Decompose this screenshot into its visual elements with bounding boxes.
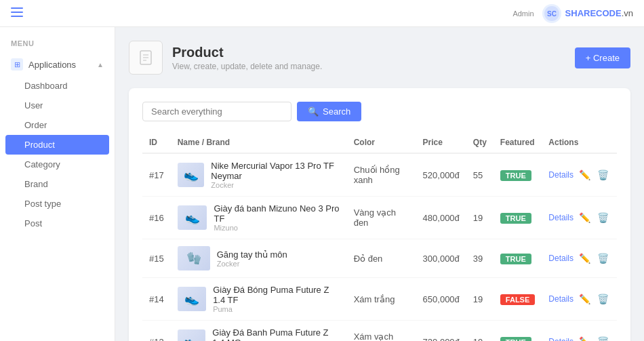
- sidebar-item-dashboard[interactable]: Dashboard: [0, 76, 115, 96]
- cell-id: #17: [142, 153, 171, 197]
- sidebar-item-post-type[interactable]: Post type: [0, 194, 115, 214]
- sidebar-item-user[interactable]: User: [0, 96, 115, 115]
- edit-button[interactable]: ✏️: [578, 168, 592, 182]
- edit-button[interactable]: ✏️: [578, 335, 592, 341]
- product-name-text: Giày đá banh Mizuno Neo 3 Pro TF Mizuno: [214, 203, 340, 232]
- col-name-brand: Name / Brand: [171, 132, 347, 153]
- cell-id: #13: [142, 321, 171, 342]
- table-row: #17 👟 Nike Mercurial Vapor 13 Pro TF Ney…: [142, 153, 617, 197]
- sidebar-item-category[interactable]: Category: [0, 155, 115, 174]
- search-input[interactable]: [142, 102, 291, 121]
- details-link[interactable]: Details: [548, 337, 573, 341]
- page-title: Product: [172, 45, 322, 60]
- sidebar-item-product[interactable]: Product: [5, 135, 109, 155]
- table-row: #16 👟 Giày đá banh Mizuno Neo 3 Pro TF M…: [142, 197, 617, 239]
- product-image: 👟: [178, 287, 206, 311]
- sidebar-section-header-applications[interactable]: ⊞ Applications ▲: [0, 53, 115, 76]
- svg-rect-1: [11, 12, 23, 13]
- delete-button[interactable]: 🗑️: [596, 252, 610, 265]
- cell-color: Đỏ đen: [347, 239, 416, 278]
- delete-button[interactable]: 🗑️: [596, 211, 610, 224]
- col-price: Price: [416, 132, 466, 153]
- search-button[interactable]: 🔍 Search: [297, 102, 361, 121]
- cell-id: #16: [142, 197, 171, 239]
- admin-label: Admin: [512, 9, 534, 18]
- svg-rect-2: [11, 16, 23, 17]
- cell-actions: Details ✏️ 🗑️: [542, 321, 617, 342]
- col-qty: Qty: [466, 132, 494, 153]
- product-image: 👟: [178, 163, 205, 187]
- page-title-block: Product View, create, update, delete and…: [172, 45, 322, 71]
- page-header-left: Product View, create, update, delete and…: [129, 41, 322, 75]
- table-row: #14 👟 Giày Đá Bóng Puma Future Z 1.4 TF …: [142, 278, 617, 321]
- table-body: #17 👟 Nike Mercurial Vapor 13 Pro TF Ney…: [142, 153, 617, 341]
- table-header: ID Name / Brand Color Price Qty Featured…: [142, 132, 617, 153]
- col-color: Color: [347, 132, 416, 153]
- cell-actions: Details ✏️ 🗑️: [542, 239, 617, 278]
- cell-name-brand: 👟 Giày đá banh Mizuno Neo 3 Pro TF Mizun…: [171, 197, 347, 239]
- page-subtitle: View, create, update, delete and manage.: [172, 62, 322, 71]
- applications-icon: ⊞: [11, 58, 23, 71]
- sidebar-section-label: Applications: [28, 60, 97, 70]
- sidebar-items-list: Dashboard User Order Product Category Br…: [0, 76, 115, 236]
- cell-qty: 19: [466, 278, 494, 321]
- svg-rect-0: [11, 7, 23, 9]
- page-header: Product View, create, update, delete and…: [129, 41, 630, 75]
- cell-featured: TRUE: [494, 239, 542, 278]
- sidebar-item-brand[interactable]: Brand: [0, 174, 115, 194]
- cell-featured: TRUE: [494, 321, 542, 342]
- brand-icon: SC: [542, 4, 561, 23]
- cell-price: 720,000đ: [416, 321, 466, 342]
- sidebar-menu-label: MENU: [0, 34, 115, 50]
- cell-qty: 19: [466, 321, 494, 342]
- cell-price: 300,000đ: [416, 239, 466, 278]
- product-name-text: Giày Đá Bóng Puma Future Z 1.4 TF Puma: [213, 285, 340, 313]
- edit-button[interactable]: ✏️: [578, 252, 592, 265]
- cell-featured: TRUE: [494, 197, 542, 239]
- details-link[interactable]: Details: [548, 170, 573, 180]
- cell-featured: TRUE: [494, 153, 542, 197]
- menu-hamburger-icon[interactable]: [11, 6, 23, 20]
- details-link[interactable]: Details: [548, 213, 573, 222]
- cell-actions: Details ✏️ 🗑️: [542, 153, 617, 197]
- cell-qty: 55: [466, 153, 494, 197]
- sidebar-item-order[interactable]: Order: [0, 115, 115, 135]
- create-button[interactable]: + Create: [575, 47, 630, 68]
- cell-qty: 39: [466, 239, 494, 278]
- brand-logo-area: Admin SC SHARECODE.vn: [512, 4, 633, 23]
- delete-button[interactable]: 🗑️: [596, 292, 610, 306]
- page-icon: [129, 41, 163, 75]
- cell-price: 650,000đ: [416, 278, 466, 321]
- cell-color: Xám vạch cam: [347, 321, 416, 342]
- delete-button[interactable]: 🗑️: [596, 335, 610, 341]
- chevron-up-icon: ▲: [97, 61, 104, 68]
- sidebar: MENU ⊞ Applications ▲ Dashboard User Ord…: [0, 27, 115, 341]
- cell-name-brand: 👟 Giày Đá Banh Puma Future Z 1.4 MG Puma: [171, 321, 347, 342]
- cell-color: Xám trắng: [347, 278, 416, 321]
- sidebar-item-post[interactable]: Post: [0, 214, 115, 233]
- col-id: ID: [142, 132, 171, 153]
- product-name-text: Găng tay thủ môn Zocker: [217, 249, 287, 268]
- details-link[interactable]: Details: [548, 294, 573, 304]
- cell-actions: Details ✏️ 🗑️: [542, 197, 617, 239]
- sidebar-section-applications: ⊞ Applications ▲ Dashboard User Order Pr…: [0, 50, 115, 239]
- table-row: #13 👟 Giày Đá Banh Puma Future Z 1.4 MG …: [142, 321, 617, 342]
- col-actions: Actions: [542, 132, 617, 153]
- main-content: Product View, create, update, delete and…: [115, 27, 644, 341]
- search-icon: 🔍: [308, 106, 319, 117]
- delete-button[interactable]: 🗑️: [596, 168, 610, 182]
- cell-qty: 19: [466, 197, 494, 239]
- cell-color: Chuối hồng xanh: [347, 153, 416, 197]
- table-row: #15 🧤 Găng tay thủ môn Zocker Đỏ đen 300…: [142, 239, 617, 278]
- topbar: Admin SC SHARECODE.vn: [0, 0, 644, 27]
- product-image: 👟: [178, 329, 206, 341]
- search-bar: 🔍 Search: [142, 102, 617, 121]
- layout: MENU ⊞ Applications ▲ Dashboard User Ord…: [0, 0, 644, 341]
- details-link[interactable]: Details: [548, 254, 573, 263]
- svg-text:SC: SC: [547, 10, 557, 18]
- edit-button[interactable]: ✏️: [578, 211, 592, 224]
- edit-button[interactable]: ✏️: [578, 292, 592, 306]
- brand-name: SHARECODE.vn: [565, 8, 633, 18]
- cell-color: Vàng vạch đen: [347, 197, 416, 239]
- cell-name-brand: 🧤 Găng tay thủ môn Zocker: [171, 239, 347, 278]
